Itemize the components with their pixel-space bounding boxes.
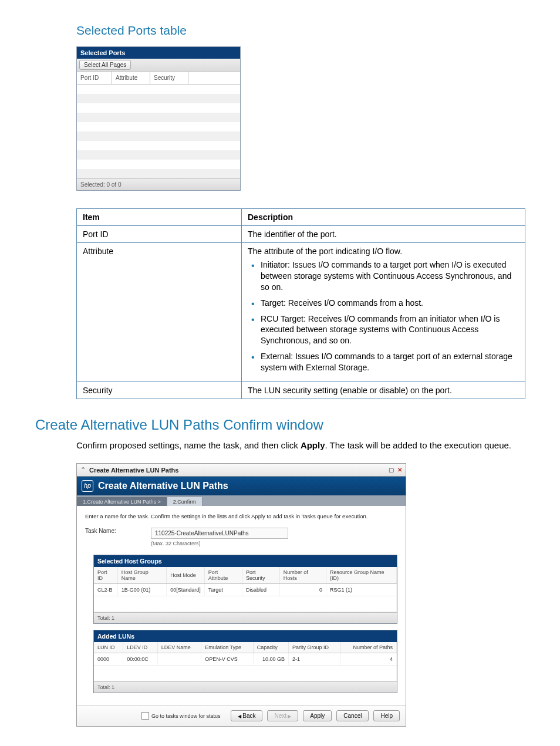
apply-button[interactable]: Apply	[303, 710, 332, 721]
luns-cell	[157, 653, 201, 666]
blue-header-text: Create Alternative LUN Paths	[98, 481, 228, 491]
shg-th[interactable]: Host Mode	[167, 567, 205, 584]
col-security[interactable]: Security	[150, 72, 188, 84]
triangle-left-icon: ◀	[238, 714, 242, 719]
luns-cell: 10.00 GB	[253, 653, 288, 666]
luns-th[interactable]: Emulation Type	[201, 642, 254, 653]
shg-footer: Total: 1	[94, 612, 397, 623]
luns-th[interactable]: LDEV Name	[157, 642, 201, 653]
back-button[interactable]: ◀ Back	[231, 710, 262, 721]
table-row: Port ID The identifier of the port.	[77, 226, 525, 243]
triangle-right-icon: ▶	[286, 714, 291, 719]
shg-cell: CL2-B	[94, 584, 117, 596]
col-spacer	[188, 72, 240, 84]
go-to-tasks-label: Go to tasks window for status	[151, 713, 221, 719]
cancel-button[interactable]: Cancel	[336, 710, 369, 721]
collapse-icon[interactable]: ⌃	[80, 466, 86, 474]
text-pre: Confirm proposed settings, name the task…	[76, 440, 301, 450]
text-bold: Apply	[301, 440, 325, 450]
cell-item: Attribute	[77, 243, 242, 382]
task-name-field[interactable]: 110225-CreateAlternativeLUNPaths	[151, 528, 288, 539]
table-row: Security The LUN security setting (enabl…	[77, 382, 525, 399]
shg-th[interactable]: Host Group Name	[117, 567, 167, 584]
luns-th[interactable]: Parity Group ID	[289, 642, 341, 653]
table-header-row: Item Description	[77, 209, 525, 226]
help-button[interactable]: Help	[373, 710, 400, 721]
shg-cell: RSG1 (1)	[326, 584, 396, 596]
added-luns-table: Added LUNs LUN ID LDEV ID LDEV Name Emul…	[93, 630, 397, 693]
task-name-row: Task Name: 110225-CreateAlternativeLUNPa…	[85, 528, 397, 546]
luns-cell: 00:00:0C	[123, 653, 158, 666]
shg-title: Selected Host Groups	[94, 555, 397, 567]
luns-cell: 0000	[94, 653, 123, 666]
description-table: Item Description Port ID The identifier …	[76, 208, 525, 399]
shg-header-row: Port ID Host Group Name Host Mode Port A…	[94, 567, 397, 584]
selected-ports-widget: Selected Ports Select All Pages Port ID …	[76, 46, 241, 191]
attr-list: Initiator: Issues I/O commands to a targ…	[248, 259, 519, 373]
luns-th[interactable]: Number of Paths	[340, 642, 396, 653]
luns-th[interactable]: LDEV ID	[123, 642, 158, 653]
luns-title: Added LUNs	[94, 630, 397, 642]
luns-data-row[interactable]: 0000 00:00:0C OPEN-V CVS 10.00 GB 2-1 4	[94, 653, 397, 666]
luns-th[interactable]: LUN ID	[94, 642, 123, 653]
tab-step-2-confirm[interactable]: 2.Confirm	[167, 497, 203, 506]
next-button: Next ▶	[267, 710, 298, 721]
maximize-icon[interactable]: ▢	[389, 467, 394, 473]
window-blue-header: hp Create Alternative LUN Paths	[77, 477, 406, 495]
section-selected-ports-title: Selected Ports table	[76, 23, 525, 38]
select-all-pages-button[interactable]: Select All Pages	[79, 60, 131, 70]
cell-desc: The LUN security setting (enable or disa…	[242, 382, 525, 399]
list-item: Target: Receives I/O commands from a hos…	[258, 298, 519, 309]
attr-intro: The attribute of the port indicating I/O…	[248, 247, 519, 256]
list-item: External: Issues I/O commands to a targe…	[258, 351, 519, 373]
shg-empty-row	[94, 596, 397, 612]
selected-ports-footer: Selected: 0 of 0	[77, 179, 240, 190]
luns-cell: 2-1	[289, 653, 341, 666]
shg-grid: Port ID Host Group Name Host Mode Port A…	[94, 567, 397, 612]
window-footer: Go to tasks window for status ◀ Back Nex…	[77, 705, 406, 726]
checkbox-icon[interactable]	[141, 712, 149, 720]
shg-th[interactable]: Number of Hosts	[279, 567, 326, 584]
window-titlebar: ⌃ Create Alternative LUN Paths ▢ ✕	[77, 464, 406, 477]
list-item: RCU Target: Receives I/O commands from a…	[258, 313, 519, 347]
tab-step-1[interactable]: 1.Create Alternative LUN Paths >	[77, 497, 167, 506]
window-body: Enter a name for the task. Confirm the s…	[77, 506, 406, 705]
selected-ports-columns: Port ID Attribute Security	[77, 72, 240, 85]
titlebar-controls: ▢ ✕	[389, 467, 402, 473]
luns-header-row: LUN ID LDEV ID LDEV Name Emulation Type …	[94, 642, 397, 653]
th-description: Description	[242, 209, 525, 226]
luns-grid: LUN ID LDEV ID LDEV Name Emulation Type …	[94, 642, 397, 681]
shg-data-row[interactable]: CL2-B 1B-G00 (01) 00[Standard] Target Di…	[94, 584, 397, 596]
col-attribute[interactable]: Attribute	[112, 72, 150, 84]
selected-ports-rows-empty	[77, 85, 240, 179]
luns-footer: Total: 1	[94, 681, 397, 693]
cell-desc: The attribute of the port indicating I/O…	[242, 243, 525, 382]
text-post: . The task will be added to the executio…	[325, 440, 511, 450]
wizard-tabs: 1.Create Alternative LUN Paths > 2.Confi…	[77, 495, 406, 506]
luns-th[interactable]: Capacity	[253, 642, 288, 653]
shg-th[interactable]: Port Security	[242, 567, 280, 584]
task-name-label: Task Name:	[85, 528, 132, 534]
shg-th[interactable]: Resource Group Name (ID)	[326, 567, 396, 584]
shg-cell: Target	[204, 584, 242, 596]
confirm-description: Confirm proposed settings, name the task…	[76, 439, 525, 451]
section-confirm-title: Create Alternative LUN Paths Confirm win…	[35, 417, 525, 433]
shg-cell: 1B-G00 (01)	[117, 584, 167, 596]
luns-cell: 4	[340, 653, 396, 666]
shg-th[interactable]: Port ID	[94, 567, 117, 584]
task-name-input-wrap: 110225-CreateAlternativeLUNPaths (Max. 3…	[151, 528, 288, 546]
window-title: Create Alternative LUN Paths	[89, 467, 178, 474]
list-item: Initiator: Issues I/O commands to a targ…	[258, 259, 519, 293]
instruction-text: Enter a name for the task. Confirm the s…	[85, 513, 397, 519]
selected-host-groups-table: Selected Host Groups Port ID Host Group …	[93, 555, 397, 624]
table-row: Attribute The attribute of the port indi…	[77, 243, 525, 382]
shg-cell: Disabled	[242, 584, 280, 596]
close-icon[interactable]: ✕	[397, 467, 402, 473]
go-to-tasks-checkbox-wrap[interactable]: Go to tasks window for status	[141, 712, 221, 720]
luns-empty-row	[94, 666, 397, 681]
col-port-id[interactable]: Port ID	[77, 72, 112, 84]
selected-ports-toolbar: Select All Pages	[77, 59, 240, 72]
cell-item: Security	[77, 382, 242, 399]
shg-th[interactable]: Port Attribute	[204, 567, 242, 584]
hp-logo-icon: hp	[82, 480, 93, 492]
